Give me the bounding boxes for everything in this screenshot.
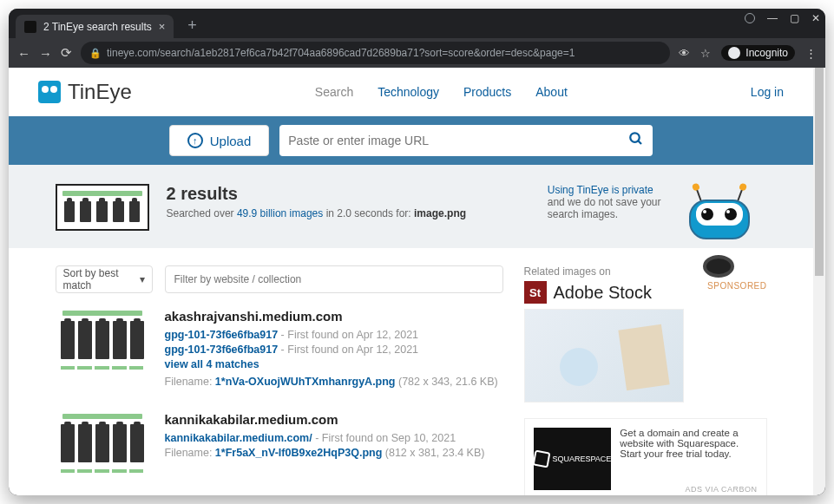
privacy-link[interactable]: Using TinEye is private	[548, 184, 661, 196]
view-all-link[interactable]: view all 4 matches	[165, 358, 498, 370]
incognito-label: Incognito	[745, 47, 788, 59]
page-viewport: TinEye Search Technology Products About …	[9, 68, 813, 495]
carbon-ad-text: Get a domain and create a website with S…	[620, 428, 757, 490]
tab-strip: 2 TinEye search results × + — ▢ ✕	[9, 9, 825, 38]
window-maximize-button[interactable]: ▢	[790, 12, 799, 24]
privacy-note: Using TinEye is private and we do not sa…	[548, 184, 661, 220]
kebab-menu-icon[interactable]: ⋮	[805, 47, 817, 60]
search-icon[interactable]	[628, 131, 644, 150]
new-tab-button[interactable]: +	[181, 13, 204, 38]
tab-close-icon[interactable]: ×	[159, 20, 166, 33]
upload-label: Upload	[210, 134, 252, 148]
login-link[interactable]: Log in	[751, 85, 784, 99]
sponsored-label: SPONSORED	[707, 281, 766, 291]
reload-button[interactable]: ⟳	[61, 45, 72, 61]
scrollbar[interactable]	[813, 68, 825, 495]
result-item: akashrajvanshi.medium.com gpg-101-73f6e6…	[56, 309, 503, 388]
svg-line-1	[639, 141, 642, 144]
robot-illustration	[672, 184, 767, 279]
result-link[interactable]: gpg-101-73f6e6fba917	[165, 329, 279, 341]
eye-off-icon[interactable]: 👁	[679, 47, 690, 60]
result-filename: Filename: 1*nVa-OXuojWUhTXmhanrgyA.png (…	[165, 376, 498, 388]
search-banner: ↑ Upload	[9, 116, 813, 165]
result-thumbnail[interactable]	[56, 412, 149, 473]
squarespace-logo: SQUARESPACE	[534, 428, 612, 490]
url-input[interactable]	[288, 134, 628, 147]
adobe-stock-icon: St	[524, 281, 547, 304]
incognito-icon	[728, 47, 740, 59]
brand-logo-link[interactable]: TinEye	[38, 80, 132, 104]
address-bar[interactable]: 🔒 tineye.com/search/a1eb2817ef6ca7b42f70…	[81, 42, 670, 64]
tab-favicon	[24, 21, 36, 33]
brand-name: TinEye	[68, 80, 132, 104]
filter-box	[165, 265, 503, 293]
result-item: kannikakabilar.medium.com kannikakabilar…	[56, 412, 503, 473]
filename-link[interactable]: 1*Fr5aX_nV-If0B9xe2HqP3Q.png	[215, 447, 382, 459]
result-filename: Filename: 1*Fr5aX_nV-If0B9xe2HqP3Q.png (…	[165, 447, 485, 459]
sort-dropdown[interactable]: Sort by best match ▾	[56, 265, 153, 293]
nav-technology[interactable]: Technology	[378, 85, 439, 99]
index-size-link[interactable]: 49.9 billion images	[237, 207, 323, 219]
window-minimize-button[interactable]: —	[767, 12, 778, 24]
nav-search[interactable]: Search	[315, 85, 353, 99]
upload-button[interactable]: ↑ Upload	[169, 125, 270, 156]
svg-point-0	[631, 133, 640, 142]
ads-via-label: ADS VIA CARBON	[685, 485, 757, 494]
query-thumbnail[interactable]	[56, 184, 149, 231]
url-text: tineye.com/search/a1eb2817ef6ca7b42f704a…	[107, 47, 575, 59]
lock-icon: 🔒	[89, 48, 102, 59]
result-link[interactable]: gpg-101-73f6e6fba917	[165, 344, 279, 356]
result-link[interactable]: kannikakabilar.medium.com/	[165, 432, 312, 444]
stock-image-thumb[interactable]	[524, 309, 684, 403]
tineye-logo-icon	[38, 81, 61, 103]
results-heading: 2 results	[167, 184, 467, 204]
filter-input[interactable]	[174, 273, 494, 285]
results-subtext: Searched over 49.9 billion images in 2.0…	[167, 207, 467, 219]
tab-title: 2 TinEye search results	[43, 21, 152, 33]
sort-label: Sort by best match	[63, 267, 140, 291]
result-thumbnail[interactable]	[56, 309, 149, 370]
bookmark-icon[interactable]: ☆	[700, 47, 711, 60]
upload-icon: ↑	[187, 133, 203, 148]
chevron-down-icon: ▾	[140, 273, 145, 285]
url-search-box	[279, 125, 653, 156]
top-nav: Search Technology Products About	[132, 85, 751, 99]
nav-products[interactable]: Products	[463, 85, 511, 99]
back-button[interactable]: ←	[17, 46, 30, 61]
browser-toolbar: ← → ⟳ 🔒 tineye.com/search/a1eb2817ef6ca7…	[9, 38, 825, 68]
incognito-badge: Incognito	[721, 45, 795, 61]
forward-button[interactable]: →	[39, 46, 52, 61]
window-close-button[interactable]: ✕	[811, 12, 820, 24]
adobe-stock-label: Adobe Stock	[554, 283, 652, 303]
scrollbar-thumb[interactable]	[815, 68, 824, 276]
result-domain: kannikakabilar.medium.com	[165, 412, 485, 427]
result-domain: akashrajvanshi.medium.com	[165, 309, 498, 324]
filename-link[interactable]: 1*nVa-OXuojWUhTXmhanrgyA.png	[215, 376, 396, 388]
nav-about[interactable]: About	[535, 85, 568, 99]
browser-tab[interactable]: 2 TinEye search results ×	[16, 15, 174, 38]
record-indicator-icon	[745, 13, 755, 23]
adobe-stock-link[interactable]: St Adobe Stock	[524, 281, 652, 304]
carbon-ad[interactable]: SQUARESPACE Get a domain and create a we…	[524, 418, 767, 495]
